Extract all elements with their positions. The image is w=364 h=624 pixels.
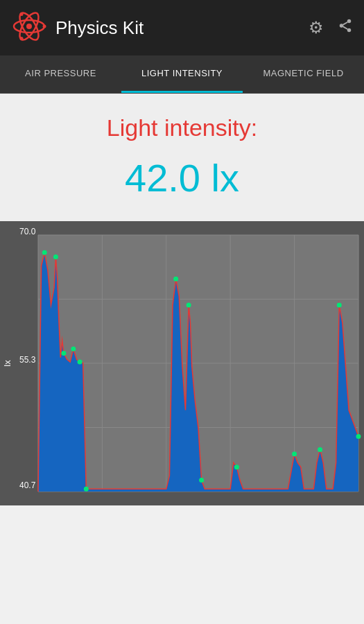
svg-point-4: [43, 25, 46, 28]
tab-light-intensity[interactable]: LIGHT INTENSITY: [121, 55, 243, 93]
svg-point-5: [20, 12, 24, 16]
share-icon[interactable]: [338, 18, 353, 37]
chart-canvas: [0, 221, 364, 505]
svg-point-7: [347, 19, 352, 23]
svg-line-11: [343, 22, 347, 25]
tab-magnetic-field[interactable]: MAGNETIC FIELD: [243, 55, 364, 93]
svg-point-8: [340, 24, 344, 28]
svg-point-6: [20, 37, 24, 40]
chart-container: 70.0 55.3 40.7 lx: [0, 221, 364, 505]
svg-point-0: [26, 24, 32, 29]
measurement-value: 42.0 lx: [125, 155, 239, 200]
y-axis-label: lx: [2, 360, 12, 366]
section-label: Light intensity:: [107, 114, 257, 141]
main-content: Light intensity: 42.0 lx 70.0 55.3 40.7 …: [0, 94, 364, 505]
settings-icon[interactable]: ⚙: [309, 18, 324, 37]
y-label-mid: 55.3: [19, 355, 35, 365]
atom-icon: [11, 8, 47, 47]
y-label-bot: 40.7: [19, 480, 35, 490]
y-label-top: 70.0: [19, 227, 35, 236]
app-title: Physics Kit: [55, 17, 144, 39]
svg-point-9: [347, 28, 352, 32]
tab-bar: AIR PRESSURE LIGHT INTENSITY MAGNETIC FI…: [0, 55, 364, 94]
header-left: Physics Kit: [11, 8, 144, 47]
header: Physics Kit ⚙: [0, 0, 364, 55]
svg-line-10: [343, 26, 347, 29]
header-icons: ⚙: [309, 18, 353, 37]
tab-air-pressure[interactable]: AIR PRESSURE: [0, 55, 121, 93]
